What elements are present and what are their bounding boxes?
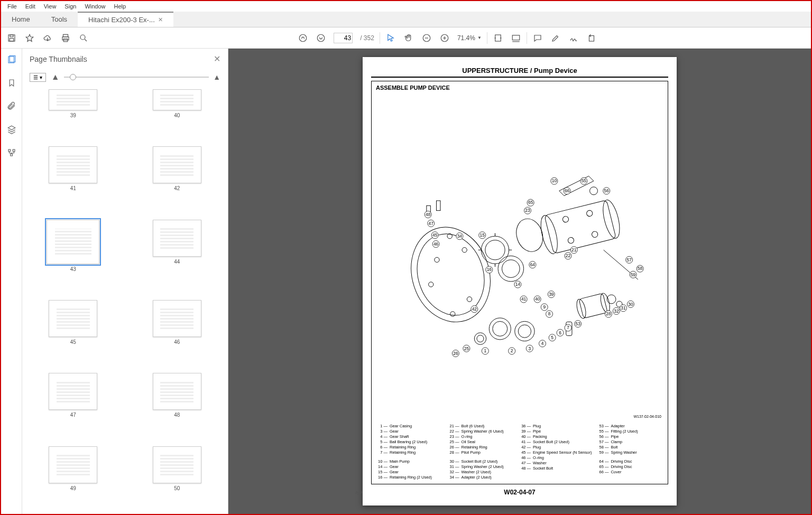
- thumbnail-page-48[interactable]: 48: [136, 373, 219, 435]
- page-up-icon[interactable]: [298, 33, 308, 43]
- legend-item-5: 5 —Ball Bearing (2 Used): [376, 439, 442, 444]
- legend-item-46: 46 —O-ring: [519, 455, 592, 460]
- main-area: Page Thumbnails ✕ ☰ ▾ ▲ ▲ 39404142434445…: [1, 49, 811, 514]
- legend-item-58: 58 —Bolt: [597, 445, 663, 450]
- svg-rect-27: [545, 200, 616, 254]
- menu-help[interactable]: Help: [110, 2, 131, 11]
- svg-text:48: 48: [426, 212, 431, 217]
- svg-text:2: 2: [511, 349, 513, 354]
- print-icon[interactable]: [60, 33, 71, 43]
- save-icon[interactable]: [6, 33, 17, 43]
- thumbnail-size-slider[interactable]: ▲ ▲: [51, 72, 220, 82]
- fit-width-icon[interactable]: [493, 33, 503, 43]
- menu-file[interactable]: File: [3, 2, 21, 11]
- read-mode-icon[interactable]: [511, 33, 521, 43]
- thumbnails-panel-icon[interactable]: [7, 55, 16, 67]
- svg-text:4: 4: [541, 341, 544, 347]
- tab-bar: Home Tools Hitachi Ex200-3 Ex-... ✕: [1, 12, 811, 27]
- svg-text:34: 34: [457, 233, 463, 239]
- menu-edit[interactable]: Edit: [21, 2, 40, 11]
- thumbnail-page-47[interactable]: 47: [32, 373, 115, 435]
- tab-tools[interactable]: Tools: [41, 12, 78, 27]
- svg-text:22: 22: [566, 254, 571, 259]
- footer-ornament: دود: [355, 489, 362, 494]
- highlight-icon[interactable]: [550, 33, 561, 43]
- star-icon[interactable]: [24, 33, 35, 43]
- legend-item-10: 10 —Main Pump: [376, 459, 442, 464]
- svg-text:66: 66: [565, 189, 570, 194]
- legend-item-22: 22 —Spring Washer (6 Used): [448, 429, 514, 434]
- svg-text:57: 57: [626, 257, 632, 263]
- svg-point-25: [447, 234, 452, 239]
- page-number-input[interactable]: [334, 33, 353, 43]
- structure-icon[interactable]: [7, 148, 16, 160]
- bookmark-icon[interactable]: [7, 78, 16, 90]
- thumbnail-page-46[interactable]: 46: [136, 300, 219, 362]
- thumbnail-grid[interactable]: 394041424344454647484950: [22, 87, 228, 514]
- page-down-icon[interactable]: [316, 33, 326, 43]
- svg-rect-16: [8, 149, 11, 152]
- comment-icon[interactable]: [532, 33, 543, 43]
- large-thumb-icon: ▲: [213, 73, 220, 81]
- svg-text:64: 64: [530, 262, 536, 267]
- thumbnail-page-45[interactable]: 45: [32, 300, 115, 362]
- legend-item-14: 14 —Gear: [376, 464, 442, 469]
- legend-item-31: 31 —Spring Washer (2 Used): [448, 464, 514, 469]
- menu-window[interactable]: Window: [80, 2, 109, 11]
- thumbnail-page-44[interactable]: 44: [136, 220, 219, 289]
- tab-document[interactable]: Hitachi Ex200-3 Ex-... ✕: [78, 12, 173, 27]
- svg-text:55: 55: [582, 179, 587, 184]
- svg-point-6: [80, 35, 85, 40]
- rotate-icon[interactable]: [586, 33, 597, 43]
- zoom-out-icon[interactable]: [421, 33, 432, 43]
- svg-text:40: 40: [535, 297, 540, 302]
- svg-rect-17: [13, 149, 15, 152]
- svg-point-31: [586, 210, 593, 218]
- svg-rect-1: [10, 35, 13, 37]
- cloud-icon[interactable]: [42, 33, 53, 43]
- thumbnail-page-42[interactable]: 42: [136, 146, 219, 209]
- svg-text:53: 53: [575, 321, 580, 326]
- legend-item-21: 21 —Bolt (6 Used): [448, 424, 514, 428]
- svg-point-32: [567, 237, 575, 245]
- zoom-select[interactable]: 71.4%▼: [457, 34, 482, 42]
- svg-point-38: [512, 216, 547, 255]
- thumbnail-page-43[interactable]: 43: [32, 220, 115, 289]
- side-navigation: [1, 49, 22, 514]
- legend-item-45: 45 —Engine Speed Sensor (N Sensor): [519, 450, 592, 455]
- sign-icon[interactable]: [568, 33, 579, 43]
- menu-view[interactable]: View: [40, 2, 61, 11]
- svg-point-41: [515, 322, 534, 341]
- thumb-options-icon[interactable]: ☰ ▾: [30, 73, 46, 82]
- svg-text:65: 65: [528, 200, 533, 205]
- menu-sign[interactable]: Sign: [60, 2, 80, 11]
- thumbnail-page-40[interactable]: 40: [136, 89, 219, 136]
- legend-item-47: 47 —Washer: [519, 461, 592, 465]
- close-panel-icon[interactable]: ✕: [214, 54, 220, 64]
- svg-rect-2: [10, 38, 14, 41]
- search-icon[interactable]: [78, 33, 89, 43]
- legend-item-30: 30 —Socket Bolt (2 Used): [448, 459, 514, 464]
- svg-rect-53: [436, 201, 440, 211]
- thumbnail-page-50[interactable]: 50: [136, 446, 219, 509]
- thumbnail-page-41[interactable]: 41: [32, 146, 115, 209]
- zoom-in-icon[interactable]: [439, 33, 450, 43]
- svg-text:9: 9: [543, 305, 546, 310]
- thumbnail-page-49[interactable]: 49: [32, 446, 115, 509]
- svg-text:7: 7: [567, 325, 569, 331]
- hand-tool-icon[interactable]: [403, 33, 414, 43]
- exploded-diagram: 1234567891014151621222325262830313234394…: [376, 91, 663, 419]
- thumbnail-page-39[interactable]: 39: [32, 89, 115, 136]
- layers-icon[interactable]: [7, 125, 16, 136]
- svg-rect-3: [63, 34, 68, 37]
- tab-home[interactable]: Home: [1, 12, 41, 27]
- svg-text:31: 31: [621, 306, 626, 311]
- small-thumb-icon: ▲: [51, 72, 60, 82]
- legend-item-39: 39 —Pipe: [519, 429, 592, 434]
- svg-text:26: 26: [453, 351, 458, 356]
- selection-tool-icon[interactable]: [385, 33, 396, 43]
- legend-item-55: 55 —Fitting (2 Used): [597, 429, 663, 434]
- attachment-icon[interactable]: [7, 101, 16, 113]
- document-viewer[interactable]: UPPERSTRUCTURE / Pump Device ASSEMBLE PU…: [228, 49, 811, 514]
- close-icon[interactable]: ✕: [158, 16, 163, 23]
